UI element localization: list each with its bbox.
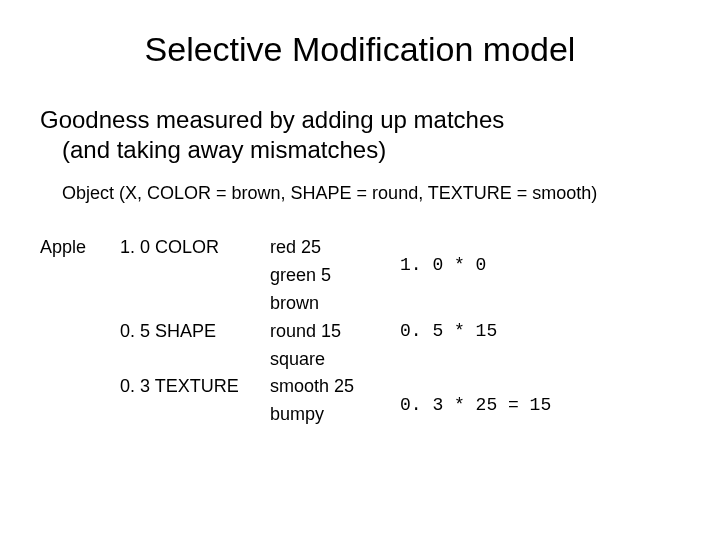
value-square: square: [270, 346, 400, 374]
texture-weight: 0. 3 TEXTURE: [120, 373, 270, 401]
calc-color: 1. 0 * 0: [400, 252, 580, 280]
shape-weight: 0. 5 SHAPE: [120, 318, 270, 346]
calc-column: 1. 0 * 0 0. 5 * 15 0. 3 * 25 = 15: [400, 234, 580, 429]
slide-title: Selective Modification model: [40, 30, 680, 69]
value-smooth: smooth 25: [270, 373, 400, 401]
value-red: red 25: [270, 234, 400, 262]
object-description: Object (X, COLOR = brown, SHAPE = round,…: [62, 183, 680, 204]
slide-subtitle: Goodness measured by adding up matches (…: [40, 105, 680, 165]
subtitle-line-2: (and taking away mismatches): [40, 135, 680, 165]
values-column: red 25 green 5 brown round 15 square smo…: [270, 234, 400, 429]
value-bumpy: bumpy: [270, 401, 400, 429]
value-green: green 5: [270, 262, 400, 290]
subtitle-line-1: Goodness measured by adding up matches: [40, 106, 504, 133]
calc-texture: 0. 3 * 25 = 15: [400, 392, 580, 420]
value-brown: brown: [270, 290, 400, 318]
concept-label: Apple: [40, 234, 120, 262]
concept-column: Apple: [40, 234, 120, 429]
color-weight: 1. 0 COLOR: [120, 234, 270, 262]
weights-column: 1. 0 COLOR 0. 5 SHAPE 0. 3 TEXTURE: [120, 234, 270, 429]
attribute-grid: Apple 1. 0 COLOR 0. 5 SHAPE 0. 3 TEXTURE…: [40, 234, 680, 429]
calc-shape: 0. 5 * 15: [400, 318, 580, 346]
value-round: round 15: [270, 318, 400, 346]
